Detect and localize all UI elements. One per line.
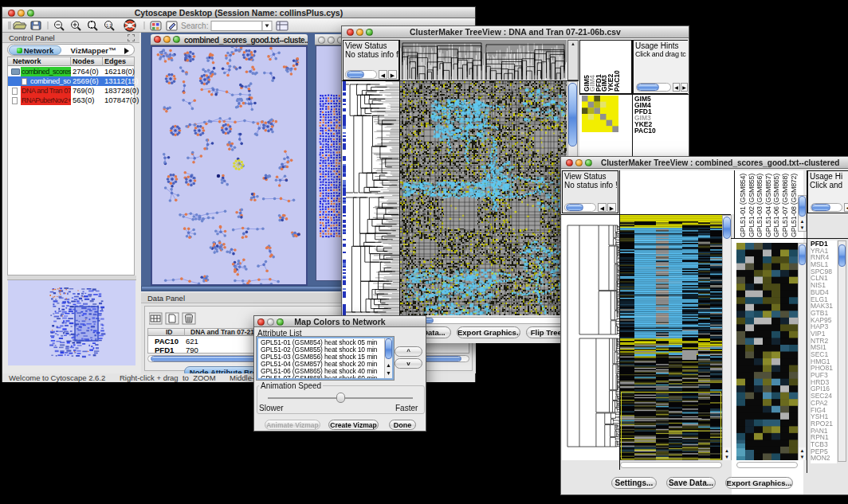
svg-text:1:1: 1:1: [106, 23, 112, 28]
svg-text:Search:: Search:: [181, 21, 208, 30]
